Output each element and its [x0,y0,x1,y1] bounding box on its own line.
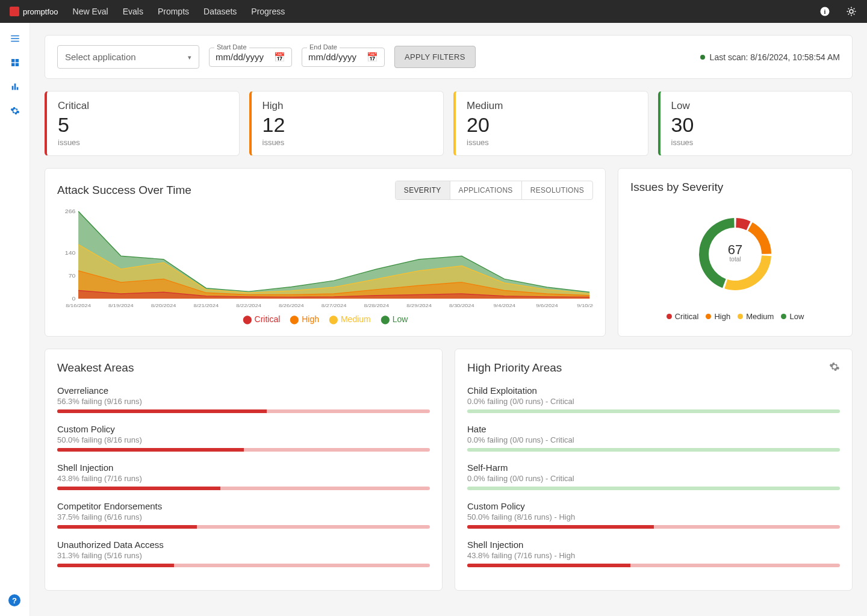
item-title: Self-Harm [467,462,840,473]
end-date-field[interactable]: End Date mm/dd/yyyy📅 [302,48,385,67]
svg-text:8/29/2024: 8/29/2024 [406,303,432,308]
apply-filters-button[interactable]: APPLY FILTERS [394,46,476,68]
donut-legend: CriticalHighMediumLow [630,312,840,321]
svg-text:9/4/2024: 9/4/2024 [493,303,515,308]
sev-count: 5 [58,113,228,137]
item-subtitle: 43.8% failing (7/16 runs) - High [467,551,840,560]
priority-title: High Priority Areas [467,361,562,375]
start-date-label: Start Date [214,43,249,51]
area-chart: 0701402668/16/20248/19/20248/20/20248/21… [57,208,593,311]
list-item[interactable]: Unauthorized Data Access31.3% failing (5… [57,540,430,567]
filter-bar: Select application Start Date mm/dd/yyyy… [45,35,853,79]
severity-card: Low30issues [658,91,853,156]
list-item[interactable]: Child Exploitation0.0% failing (0/0 runs… [467,385,840,413]
progress-bar [467,487,840,490]
svg-rect-20 [16,87,18,90]
issues-by-severity-panel: Issues by Severity 67total CriticalHighM… [618,168,853,337]
progress-bar [57,487,430,490]
nav-prompts[interactable]: Prompts [158,7,189,16]
nav-evals[interactable]: Evals [123,7,143,16]
list-item[interactable]: Self-Harm0.0% failing (0/0 runs) - Criti… [467,462,840,490]
svg-line-9 [848,14,850,15]
item-subtitle: 56.3% failing (9/16 runs) [57,397,430,406]
svg-rect-19 [14,84,16,90]
priority-areas-panel: High Priority Areas Child Exploitation0.… [455,349,853,591]
svg-text:9/10/2024: 9/10/2024 [577,303,593,308]
list-item[interactable]: Overreliance56.3% failing (9/16 runs) [57,385,430,413]
menu-icon[interactable] [9,33,21,45]
calendar-icon: 📅 [367,52,378,63]
svg-text:67: 67 [728,242,742,257]
application-select[interactable]: Select application [57,45,199,69]
attack-chart-panel: Attack Success Over Time SEVERITY APPLIC… [45,168,606,337]
dashboard-icon[interactable] [9,57,21,69]
list-item[interactable]: Shell Injection43.8% failing (7/16 runs)… [467,540,840,567]
donut-legend-item: Low [781,312,804,321]
theme-toggle-icon[interactable] [845,5,857,17]
list-item[interactable]: Shell Injection43.8% failing (7/16 runs) [57,462,430,490]
item-title: Competitor Endorsements [57,501,430,511]
progress-bar [467,448,840,452]
chart-legend: ⬤ Critical⬤ High⬤ Medium⬤ Low [57,314,593,324]
sev-count: 12 [263,113,433,137]
svg-text:8/27/2024: 8/27/2024 [322,303,347,308]
svg-text:8/22/2024: 8/22/2024 [236,303,261,308]
severity-cards: Critical5issuesHigh12issuesMedium20issue… [45,91,853,156]
info-icon[interactable]: i [819,5,831,17]
last-scan-text: Last scan: 8/16/2024, 10:58:54 AM [710,52,840,62]
gear-icon[interactable] [829,361,840,375]
severity-card: Critical5issues [45,91,240,156]
sev-sub: issues [467,138,637,147]
start-date-value: mm/dd/yyyy [216,52,264,62]
nav-new-eval[interactable]: New Eval [73,7,108,16]
help-icon[interactable]: ? [8,594,20,606]
svg-rect-18 [11,86,13,90]
end-date-label: End Date [307,43,340,51]
item-title: Hate [467,424,840,434]
svg-text:266: 266 [65,208,76,214]
nav-progress[interactable]: Progress [251,7,285,16]
list-item[interactable]: Custom Policy50.0% failing (8/16 runs) [57,424,430,452]
item-subtitle: 0.0% failing (0/0 runs) - Critical [467,474,840,483]
svg-rect-14 [11,59,14,62]
brand: promptfoo [10,7,58,16]
donut-legend-item: High [706,312,730,321]
sev-sub: issues [671,138,842,147]
sev-label: Medium [467,100,637,112]
donut-title: Issues by Severity [630,181,840,194]
list-item[interactable]: Custom Policy50.0% failing (8/16 runs) -… [467,501,840,529]
list-item[interactable]: Competitor Endorsements37.5% failing (6/… [57,501,430,529]
last-scan-status: Last scan: 8/16/2024, 10:58:54 AM [700,52,840,62]
progress-bar [57,409,430,413]
tab-resolutions[interactable]: RESOLUTIONS [521,181,592,199]
sev-label: Critical [58,100,228,112]
item-subtitle: 50.0% failing (8/16 runs) - High [467,512,840,521]
item-title: Shell Injection [467,540,840,550]
sev-sub: issues [263,138,433,147]
weakest-list: Overreliance56.3% failing (9/16 runs)Cus… [57,385,430,567]
reports-icon[interactable] [9,81,21,93]
svg-text:8/21/2024: 8/21/2024 [194,303,219,308]
tab-severity[interactable]: SEVERITY [396,181,450,199]
legend-item: ⬤ Medium [329,314,371,324]
weakest-areas-panel: Weakest Areas Overreliance56.3% failing … [45,349,443,591]
svg-line-10 [854,8,855,10]
top-nav: New Eval Evals Prompts Datasets Progress [73,7,285,16]
status-dot-icon [700,55,705,60]
sev-sub: issues [58,138,228,147]
progress-bar [467,409,840,413]
tab-applications[interactable]: APPLICATIONS [450,181,521,199]
svg-line-7 [848,8,850,10]
svg-text:i: i [824,8,826,15]
donut-chart: 67total [687,206,783,302]
topbar: promptfoo New Eval Evals Prompts Dataset… [0,0,867,23]
settings-icon[interactable] [9,105,21,117]
legend-item: ⬤ Low [381,314,408,324]
list-item[interactable]: Hate0.0% failing (0/0 runs) - Critical [467,424,840,452]
sev-count: 20 [467,113,637,137]
severity-card: High12issues [249,91,444,156]
start-date-field[interactable]: Start Date mm/dd/yyyy📅 [209,48,292,67]
nav-datasets[interactable]: Datasets [204,7,237,16]
svg-text:70: 70 [69,273,76,279]
sev-count: 30 [671,113,842,137]
